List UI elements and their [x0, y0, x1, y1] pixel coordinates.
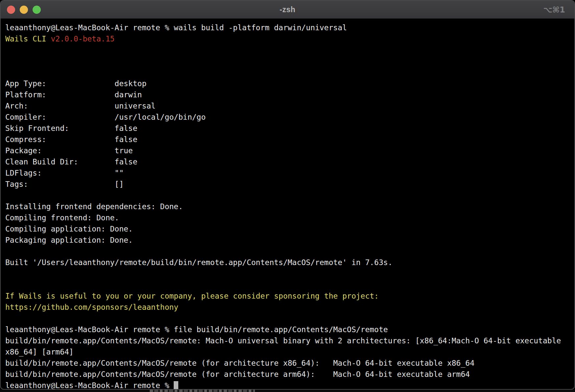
text-segment: Compiling frontend: Done. [5, 213, 119, 222]
window-title: -zsh [280, 5, 295, 14]
text-segment: If Wails is useful to you or your compan… [5, 292, 379, 300]
text-segment: leaanthony@Leas-MacBook-Air remote % [5, 381, 174, 390]
terminal-line: Built '/Users/leaanthony/remote/build/bi… [5, 257, 574, 268]
text-segment: Clean Build Dir: false [5, 158, 138, 166]
text-segment: Skip Frontend: false [5, 124, 138, 133]
terminal-line [5, 190, 574, 201]
text-segment: Wails CLI [5, 35, 51, 43]
terminal-line [5, 279, 574, 290]
text-segment: leaanthony@Leas-MacBook-Air remote % wai… [5, 23, 347, 32]
zoom-button[interactable] [33, 6, 41, 14]
text-segment: x86_64] [arm64] [5, 348, 74, 356]
window-titlebar[interactable]: -zsh ⌥⌘1 [1, 1, 574, 19]
terminal-line: leaanthony@Leas-MacBook-Air remote % fil… [5, 324, 574, 335]
text-segment: LDFlags: "" [5, 169, 124, 177]
text-segment: Installing frontend dependencies: Done. [5, 202, 183, 211]
terminal-line [5, 67, 574, 78]
terminal-line: Wails CLI v2.0.0-beta.15 [5, 33, 574, 44]
terminal-line: Arch: universal [5, 100, 574, 111]
terminal-line: Compiler: /usr/local/go/bin/go [5, 111, 574, 123]
terminal-line: Compiling application: Done. [5, 223, 574, 234]
terminal-line: Compress: false [5, 134, 574, 145]
text-segment: Compiler: /usr/local/go/bin/go [5, 113, 206, 121]
terminal-window: -zsh ⌥⌘1 leaanthony@Leas-MacBook-Air rem… [0, 0, 575, 390]
terminal-screen[interactable]: leaanthony@Leas-MacBook-Air remote % wai… [1, 19, 574, 390]
text-segment: App Type: desktop [5, 79, 146, 88]
terminal-line: https://github.com/sponsors/leaanthony [5, 302, 574, 313]
terminal-line: build/bin/remote.app/Contents/MacOS/remo… [5, 357, 574, 369]
text-segment: leaanthony@Leas-MacBook-Air remote % fil… [5, 325, 388, 334]
terminal-line [5, 268, 574, 279]
close-button[interactable] [7, 6, 15, 14]
terminal-line: Clean Build Dir: false [5, 156, 574, 167]
terminal-line [5, 56, 574, 67]
terminal-line: leaanthony@Leas-MacBook-Air remote % [5, 380, 574, 390]
terminal-line: Compiling frontend: Done. [5, 212, 574, 223]
terminal-line: Packaging application: Done. [5, 234, 574, 246]
terminal-line: If Wails is useful to you or your compan… [5, 290, 574, 302]
text-segment: Package: true [5, 146, 133, 155]
terminal-line: Skip Frontend: false [5, 123, 574, 134]
terminal-line: App Type: desktop [5, 78, 574, 89]
text-segment: v2.0.0-beta.15 [51, 35, 114, 43]
text-segment: Compiling application: Done. [5, 225, 133, 233]
terminal-line: build/bin/remote.app/Contents/MacOS/remo… [5, 369, 574, 380]
terminal-line: build/bin/remote.app/Contents/MacOS/remo… [5, 335, 574, 346]
terminal-line: Platform: darwin [5, 89, 574, 100]
terminal-line: Package: true [5, 145, 574, 156]
cursor-block [174, 381, 178, 390]
text-segment: Compress: false [5, 135, 138, 144]
text-segment: https://github.com/sponsors/leaanthony [5, 303, 178, 311]
terminal-line [5, 44, 574, 56]
minimize-button[interactable] [20, 6, 28, 14]
terminal-line: Installing frontend dependencies: Done. [5, 201, 574, 212]
text-segment: build/bin/remote.app/Contents/MacOS/remo… [5, 359, 474, 367]
text-segment: Tags: [] [5, 180, 124, 188]
desktop: -zsh ⌥⌘1 leaanthony@Leas-MacBook-Air rem… [0, 0, 575, 392]
text-segment: Packaging application: Done. [5, 236, 133, 244]
background-window-text-fragment [150, 390, 255, 392]
tab-shortcut-badge: ⌥⌘1 [543, 5, 565, 14]
text-segment: Platform: darwin [5, 90, 142, 99]
terminal-line: x86_64] [arm64] [5, 346, 574, 357]
text-segment: Built '/Users/leaanthony/remote/build/bi… [5, 258, 392, 267]
text-segment: build/bin/remote.app/Contents/MacOS/remo… [5, 336, 561, 345]
terminal-line: LDFlags: "" [5, 167, 574, 179]
terminal-line: leaanthony@Leas-MacBook-Air remote % wai… [5, 22, 574, 33]
text-segment: Arch: universal [5, 102, 156, 110]
background-window-sliver [0, 389, 575, 392]
traffic-light-buttons [7, 6, 41, 14]
text-segment: build/bin/remote.app/Contents/MacOS/remo… [5, 370, 470, 379]
terminal-line: Tags: [] [5, 179, 574, 190]
terminal-line [5, 313, 574, 324]
terminal-line [5, 246, 574, 257]
